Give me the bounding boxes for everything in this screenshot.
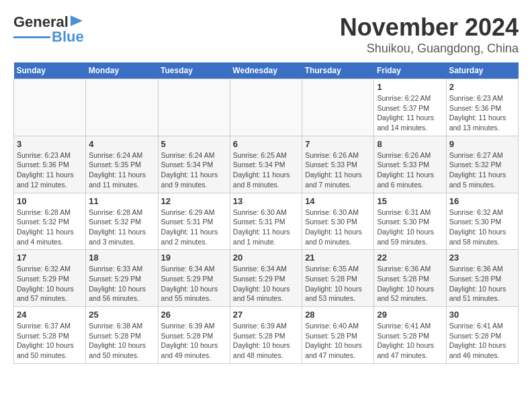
day-number: 2 bbox=[449, 82, 515, 92]
day-number: 27 bbox=[233, 310, 299, 320]
day-info: Sunrise: 6:23 AM Sunset: 5:36 PM Dayligh… bbox=[17, 150, 83, 190]
calendar-cell bbox=[302, 79, 374, 136]
weekday-header-tuesday: Tuesday bbox=[158, 62, 230, 79]
day-number: 19 bbox=[161, 253, 227, 263]
calendar-cell: 24Sunrise: 6:37 AM Sunset: 5:28 PM Dayli… bbox=[14, 307, 86, 364]
day-info: Sunrise: 6:40 AM Sunset: 5:28 PM Dayligh… bbox=[305, 321, 371, 361]
day-info: Sunrise: 6:23 AM Sunset: 5:36 PM Dayligh… bbox=[449, 93, 515, 133]
day-info: Sunrise: 6:37 AM Sunset: 5:28 PM Dayligh… bbox=[17, 321, 83, 361]
day-info: Sunrise: 6:41 AM Sunset: 5:28 PM Dayligh… bbox=[377, 321, 443, 361]
calendar-cell: 2Sunrise: 6:23 AM Sunset: 5:36 PM Daylig… bbox=[446, 79, 518, 136]
weekday-header-saturday: Saturday bbox=[446, 62, 518, 79]
calendar-table: SundayMondayTuesdayWednesdayThursdayFrid… bbox=[13, 62, 519, 364]
day-number: 7 bbox=[305, 139, 371, 149]
calendar-week-row: 3Sunrise: 6:23 AM Sunset: 5:36 PM Daylig… bbox=[14, 136, 519, 193]
day-number: 29 bbox=[377, 310, 443, 320]
day-number: 3 bbox=[17, 139, 83, 149]
day-number: 4 bbox=[89, 139, 154, 149]
day-number: 13 bbox=[233, 196, 299, 206]
day-info: Sunrise: 6:30 AM Sunset: 5:30 PM Dayligh… bbox=[305, 208, 371, 247]
day-info: Sunrise: 6:29 AM Sunset: 5:31 PM Dayligh… bbox=[161, 208, 227, 247]
day-info: Sunrise: 6:34 AM Sunset: 5:29 PM Dayligh… bbox=[161, 264, 227, 304]
calendar-cell: 6Sunrise: 6:25 AM Sunset: 5:34 PM Daylig… bbox=[230, 136, 302, 193]
day-info: Sunrise: 6:28 AM Sunset: 5:32 PM Dayligh… bbox=[17, 208, 83, 247]
day-info: Sunrise: 6:32 AM Sunset: 5:29 PM Dayligh… bbox=[17, 264, 83, 304]
day-number: 9 bbox=[449, 139, 515, 149]
calendar-cell: 23Sunrise: 6:36 AM Sunset: 5:28 PM Dayli… bbox=[446, 250, 518, 307]
day-info: Sunrise: 6:34 AM Sunset: 5:29 PM Dayligh… bbox=[233, 264, 299, 304]
day-number: 21 bbox=[305, 253, 371, 263]
location-title: Shuikou, Guangdong, China bbox=[340, 42, 519, 56]
calendar-cell bbox=[86, 79, 158, 136]
weekday-header-thursday: Thursday bbox=[302, 62, 374, 79]
day-info: Sunrise: 6:31 AM Sunset: 5:30 PM Dayligh… bbox=[377, 208, 443, 247]
day-number: 28 bbox=[305, 310, 371, 320]
calendar-cell: 11Sunrise: 6:28 AM Sunset: 5:32 PM Dayli… bbox=[86, 193, 158, 250]
weekday-header-sunday: Sunday bbox=[14, 62, 86, 79]
day-info: Sunrise: 6:33 AM Sunset: 5:29 PM Dayligh… bbox=[89, 264, 154, 304]
calendar-cell bbox=[14, 79, 86, 136]
day-info: Sunrise: 6:41 AM Sunset: 5:28 PM Dayligh… bbox=[449, 321, 515, 361]
calendar-cell: 18Sunrise: 6:33 AM Sunset: 5:29 PM Dayli… bbox=[86, 250, 158, 307]
day-info: Sunrise: 6:26 AM Sunset: 5:33 PM Dayligh… bbox=[377, 150, 443, 190]
calendar-cell bbox=[230, 79, 302, 136]
calendar-week-row: 24Sunrise: 6:37 AM Sunset: 5:28 PM Dayli… bbox=[14, 307, 519, 364]
calendar-cell: 5Sunrise: 6:24 AM Sunset: 5:34 PM Daylig… bbox=[158, 136, 230, 193]
day-info: Sunrise: 6:24 AM Sunset: 5:34 PM Dayligh… bbox=[161, 150, 227, 190]
title-section: November 2024 Shuikou, Guangdong, China bbox=[340, 13, 519, 56]
calendar-cell: 15Sunrise: 6:31 AM Sunset: 5:30 PM Dayli… bbox=[374, 193, 446, 250]
calendar-cell: 19Sunrise: 6:34 AM Sunset: 5:29 PM Dayli… bbox=[158, 250, 230, 307]
calendar-cell: 22Sunrise: 6:36 AM Sunset: 5:28 PM Dayli… bbox=[374, 250, 446, 307]
calendar-cell: 26Sunrise: 6:39 AM Sunset: 5:28 PM Dayli… bbox=[158, 307, 230, 364]
calendar-cell: 21Sunrise: 6:35 AM Sunset: 5:28 PM Dayli… bbox=[302, 250, 374, 307]
day-info: Sunrise: 6:24 AM Sunset: 5:35 PM Dayligh… bbox=[89, 150, 154, 190]
calendar-week-row: 17Sunrise: 6:32 AM Sunset: 5:29 PM Dayli… bbox=[14, 250, 519, 307]
day-info: Sunrise: 6:27 AM Sunset: 5:32 PM Dayligh… bbox=[449, 150, 515, 190]
day-info: Sunrise: 6:32 AM Sunset: 5:30 PM Dayligh… bbox=[449, 208, 515, 247]
calendar-cell: 16Sunrise: 6:32 AM Sunset: 5:30 PM Dayli… bbox=[446, 193, 518, 250]
logo-arrow-icon bbox=[71, 14, 84, 28]
day-info: Sunrise: 6:36 AM Sunset: 5:28 PM Dayligh… bbox=[449, 264, 515, 304]
calendar-cell: 30Sunrise: 6:41 AM Sunset: 5:28 PM Dayli… bbox=[446, 307, 518, 364]
calendar-week-row: 1Sunrise: 6:22 AM Sunset: 5:37 PM Daylig… bbox=[14, 79, 519, 136]
day-info: Sunrise: 6:35 AM Sunset: 5:28 PM Dayligh… bbox=[305, 264, 371, 304]
calendar-week-row: 10Sunrise: 6:28 AM Sunset: 5:32 PM Dayli… bbox=[14, 193, 519, 250]
day-info: Sunrise: 6:39 AM Sunset: 5:28 PM Dayligh… bbox=[233, 321, 299, 361]
day-info: Sunrise: 6:39 AM Sunset: 5:28 PM Dayligh… bbox=[161, 321, 227, 361]
day-info: Sunrise: 6:26 AM Sunset: 5:33 PM Dayligh… bbox=[305, 150, 371, 190]
calendar-cell: 17Sunrise: 6:32 AM Sunset: 5:29 PM Dayli… bbox=[14, 250, 86, 307]
calendar-cell bbox=[158, 79, 230, 136]
day-info: Sunrise: 6:36 AM Sunset: 5:28 PM Dayligh… bbox=[377, 264, 443, 304]
day-number: 20 bbox=[233, 253, 299, 263]
day-number: 18 bbox=[89, 253, 154, 263]
weekday-header-monday: Monday bbox=[86, 62, 158, 79]
calendar-cell: 13Sunrise: 6:30 AM Sunset: 5:31 PM Dayli… bbox=[230, 193, 302, 250]
day-number: 6 bbox=[233, 139, 299, 149]
logo-blue: Blue bbox=[52, 28, 84, 46]
weekday-header-wednesday: Wednesday bbox=[230, 62, 302, 79]
calendar-cell: 7Sunrise: 6:26 AM Sunset: 5:33 PM Daylig… bbox=[302, 136, 374, 193]
svg-marker-0 bbox=[71, 15, 83, 26]
day-info: Sunrise: 6:38 AM Sunset: 5:28 PM Dayligh… bbox=[89, 321, 154, 361]
calendar-cell: 25Sunrise: 6:38 AM Sunset: 5:28 PM Dayli… bbox=[86, 307, 158, 364]
day-number: 23 bbox=[449, 253, 515, 263]
day-number: 24 bbox=[17, 310, 83, 320]
day-number: 10 bbox=[17, 196, 83, 206]
day-number: 11 bbox=[89, 196, 154, 206]
day-number: 22 bbox=[377, 253, 443, 263]
calendar-cell: 3Sunrise: 6:23 AM Sunset: 5:36 PM Daylig… bbox=[14, 136, 86, 193]
calendar-cell: 9Sunrise: 6:27 AM Sunset: 5:32 PM Daylig… bbox=[446, 136, 518, 193]
day-number: 14 bbox=[305, 196, 371, 206]
day-info: Sunrise: 6:25 AM Sunset: 5:34 PM Dayligh… bbox=[233, 150, 299, 190]
calendar-cell: 8Sunrise: 6:26 AM Sunset: 5:33 PM Daylig… bbox=[374, 136, 446, 193]
calendar-cell: 27Sunrise: 6:39 AM Sunset: 5:28 PM Dayli… bbox=[230, 307, 302, 364]
calendar-cell: 1Sunrise: 6:22 AM Sunset: 5:37 PM Daylig… bbox=[374, 79, 446, 136]
weekday-header-friday: Friday bbox=[374, 62, 446, 79]
calendar-cell: 12Sunrise: 6:29 AM Sunset: 5:31 PM Dayli… bbox=[158, 193, 230, 250]
day-number: 12 bbox=[161, 196, 227, 206]
calendar-cell: 10Sunrise: 6:28 AM Sunset: 5:32 PM Dayli… bbox=[14, 193, 86, 250]
day-number: 1 bbox=[377, 82, 443, 92]
day-info: Sunrise: 6:30 AM Sunset: 5:31 PM Dayligh… bbox=[233, 208, 299, 247]
day-number: 30 bbox=[449, 310, 515, 320]
day-info: Sunrise: 6:28 AM Sunset: 5:32 PM Dayligh… bbox=[89, 208, 154, 247]
